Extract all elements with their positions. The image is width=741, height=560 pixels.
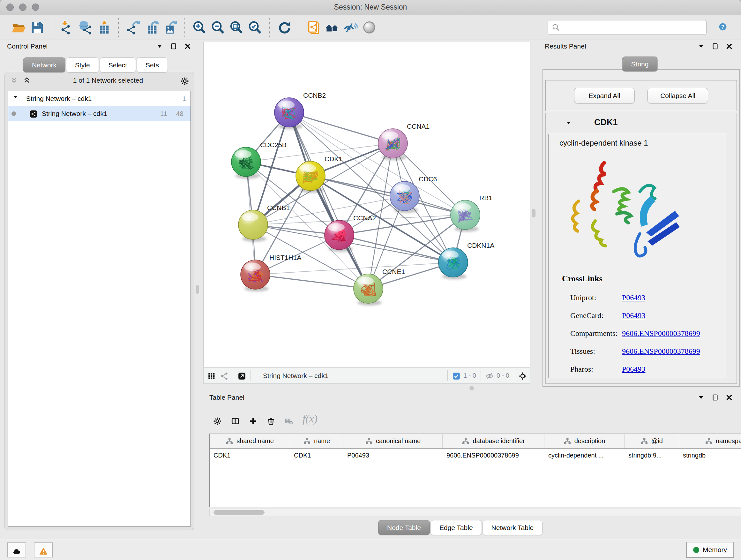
network-overview-share-icon[interactable] (220, 372, 228, 380)
crosslink-link[interactable]: P06493 (622, 365, 645, 373)
show-columns-icon[interactable] (231, 415, 239, 423)
save-session-button[interactable] (28, 18, 47, 37)
cloud-button[interactable] (7, 543, 26, 557)
crosslink-link[interactable]: P06493 (622, 294, 645, 302)
panel-float-button[interactable] (697, 43, 704, 50)
control-panel-tabs: NetworkStyleSelectSets (23, 57, 169, 72)
column-header-database-identifier[interactable]: database identifier (443, 434, 544, 448)
home-button[interactable] (323, 18, 341, 37)
entry-details: cyclin-dependent kinase 1 (548, 134, 727, 378)
help-button[interactable]: ? (715, 19, 731, 36)
birds-eye-view-icon[interactable] (207, 372, 216, 380)
entry-collapse-caret-icon[interactable] (565, 120, 574, 128)
network-row-selected[interactable]: String Network – cdk1 11 48 (8, 106, 191, 121)
crosslinks-section: CrossLinks Uniprot:P06493GeneCard:P06493… (562, 274, 700, 378)
panel-close-button[interactable] (184, 43, 191, 50)
detach-view-icon[interactable] (238, 372, 246, 380)
control-panel-title: Control Panel (7, 43, 48, 50)
panel-maximize-button[interactable] (712, 43, 719, 50)
collection-expand-caret-icon[interactable] (13, 95, 21, 103)
panel-float-button[interactable] (697, 394, 704, 401)
warnings-button[interactable] (34, 543, 53, 557)
table-cell[interactable]: CDK1 (210, 449, 290, 462)
delete-column-icon[interactable] (267, 415, 275, 423)
column-header-namespace[interactable]: namespace (679, 434, 741, 448)
node-table[interactable]: shared namenamecanonical namedatabase id… (209, 434, 741, 507)
export-image-button[interactable] (161, 18, 179, 37)
toolbar-separator (269, 18, 270, 37)
crosslink-link[interactable]: 9606.ENSP00000378699 (622, 329, 700, 337)
tab-select[interactable]: Select (99, 57, 136, 72)
column-type-icon (303, 437, 311, 445)
network-list: String Network – cdk1 1 String Network –… (8, 91, 191, 526)
enhance-button[interactable] (341, 18, 360, 37)
search-box[interactable] (548, 20, 706, 35)
network-options-gear-icon[interactable] (181, 76, 189, 84)
network-view-canvas[interactable]: CCNB2CCNA1CDC25BCDK1CDC6RB1CCNB1CCNA2CDK… (203, 42, 530, 367)
crosslink-link[interactable]: 9606.ENSP00000378699 (622, 347, 700, 355)
string-results-container: Expand All Collapse All CDK1 cyclin-depe… (542, 69, 740, 387)
zoom-selected-icon (248, 20, 262, 35)
zoom-out-button[interactable] (209, 18, 227, 37)
results-panel: Results Panel String Expand All Collapse… (539, 40, 741, 388)
zoom-fit-button[interactable] (227, 18, 246, 37)
network-collection-row[interactable]: String Network – cdk1 1 (8, 91, 191, 106)
inspect-button[interactable] (360, 18, 379, 37)
table-cell[interactable]: stringdb:9... (624, 449, 679, 462)
bottom-splitter-handle[interactable] (469, 386, 474, 390)
refresh-button[interactable] (275, 18, 293, 37)
collapse-all-networks-icon[interactable] (10, 76, 18, 84)
tab-edge-table[interactable]: Edge Table (430, 520, 482, 535)
tab-node-table[interactable]: Node Table (378, 520, 430, 535)
search-input[interactable] (562, 23, 702, 31)
import-database-button[interactable] (76, 18, 94, 37)
table-tabs: Node TableEdge TableNetwork Table (378, 520, 543, 535)
expand-all-networks-icon[interactable] (23, 76, 31, 84)
add-column-icon[interactable] (249, 415, 257, 423)
crosslink-link[interactable]: P06493 (622, 311, 645, 320)
collapse-all-button[interactable]: Collapse All (648, 88, 708, 104)
column-header-shared-name[interactable]: shared name (210, 434, 290, 448)
selected-checkbox-icon[interactable] (452, 372, 461, 380)
panel-float-button[interactable] (156, 43, 163, 50)
tab-sets[interactable]: Sets (137, 57, 168, 72)
expand-all-button[interactable]: Expand All (574, 88, 635, 104)
tab-style[interactable]: Style (66, 57, 99, 72)
table-cell[interactable]: cyclin-dependent ... (544, 449, 624, 462)
open-session-button[interactable] (10, 18, 28, 37)
memory-button[interactable]: Memory (686, 542, 734, 558)
right-splitter-handle[interactable] (532, 209, 536, 217)
import-table-button[interactable] (94, 18, 113, 37)
export-network-button[interactable] (124, 18, 142, 37)
scrollbar-thumb[interactable] (213, 510, 265, 515)
hidden-eye-slash-icon[interactable] (485, 372, 494, 380)
table-cell[interactable]: P06493 (343, 449, 443, 462)
open-string-doc-button[interactable] (305, 18, 323, 37)
table-horizontal-scrollbar[interactable] (209, 509, 741, 516)
zoom-selected-button[interactable] (246, 18, 264, 37)
column-label: description (575, 437, 605, 445)
left-splitter-handle[interactable] (196, 285, 199, 294)
network-graph[interactable]: CCNB2CCNA1CDC25BCDK1CDC6RB1CCNB1CCNA2CDK… (204, 42, 530, 367)
import-network-button[interactable] (57, 18, 76, 37)
svg-text:CDKN1A: CDKN1A (467, 242, 494, 249)
column-header-@id[interactable]: @id (624, 434, 679, 448)
panel-close-button[interactable] (726, 43, 733, 50)
tab-network-table[interactable]: Network Table (482, 520, 543, 535)
panel-maximize-button[interactable] (712, 394, 719, 401)
panel-maximize-button[interactable] (170, 43, 177, 50)
table-options-gear-icon[interactable] (213, 415, 221, 423)
table-row[interactable]: CDK1CDK1P064939606.ENSP00000378699cyclin… (210, 449, 741, 462)
table-cell[interactable]: 9606.ENSP00000378699 (443, 449, 544, 462)
tab-string[interactable]: String (622, 57, 658, 71)
table-cell[interactable]: stringdb (679, 449, 741, 462)
zoom-in-button[interactable] (190, 18, 209, 37)
table-cell[interactable]: CDK1 (290, 449, 343, 462)
panel-close-button[interactable] (726, 394, 733, 401)
column-header-name[interactable]: name (290, 434, 343, 448)
export-table-button[interactable] (142, 18, 161, 37)
column-header-description[interactable]: description (544, 434, 624, 448)
tab-network[interactable]: Network (23, 57, 65, 72)
fit-selected-crosshair-icon[interactable] (519, 372, 527, 380)
column-header-canonical-name[interactable]: canonical name (343, 434, 443, 448)
